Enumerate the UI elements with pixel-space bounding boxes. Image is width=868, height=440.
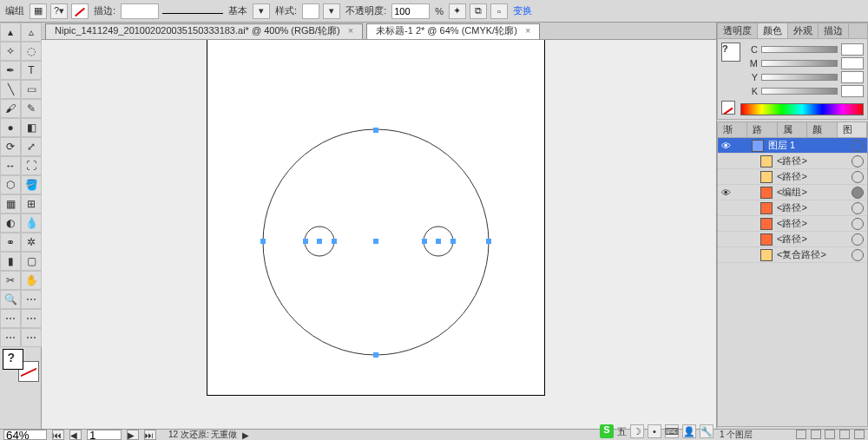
ime-user-icon[interactable]: 👤 — [682, 424, 696, 438]
column-graph-tool[interactable]: ▮ — [0, 252, 21, 271]
slice-tool[interactable]: ✂ — [0, 271, 21, 290]
m-slider[interactable] — [761, 60, 838, 67]
eraser-tool[interactable]: ◧ — [21, 118, 42, 137]
ime-logo[interactable]: S — [600, 424, 614, 438]
question-icon[interactable]: ?▾ — [50, 3, 68, 19]
type-tool[interactable]: T — [21, 61, 42, 80]
ime-punct-icon[interactable]: • — [648, 424, 661, 438]
fill-swatch[interactable]: ? — [3, 349, 23, 370]
magic-wand-tool[interactable]: ✧ — [0, 42, 21, 61]
target-icon[interactable] — [852, 155, 864, 167]
target-icon[interactable] — [852, 187, 864, 199]
extra-tool-4[interactable]: ⋯ — [0, 328, 21, 347]
layer-row[interactable]: <路径> — [718, 232, 867, 247]
locate-layer-icon[interactable] — [796, 430, 806, 439]
layer-row[interactable]: <路径> — [718, 154, 867, 169]
delete-layer-icon[interactable] — [854, 430, 865, 439]
close-icon[interactable]: × — [348, 25, 353, 36]
arrange-icon[interactable]: ⧉ — [470, 3, 487, 19]
tab-pathfinder[interactable]: 路径 — [747, 122, 777, 137]
fill-indicator[interactable]: ? — [721, 43, 740, 62]
artwork[interactable] — [207, 40, 545, 396]
tab-swatches[interactable]: 颜色 — [807, 122, 837, 137]
object-icon[interactable]: ▦ — [30, 3, 47, 19]
next-page-icon[interactable]: ▶ — [127, 430, 139, 440]
c-slider[interactable] — [761, 46, 838, 53]
y-value[interactable] — [841, 71, 864, 83]
tab-opacity[interactable]: 透明度 — [718, 23, 758, 38]
target-icon[interactable] — [852, 202, 864, 214]
layer-row[interactable]: <路径> — [718, 200, 867, 216]
symbol-sprayer-tool[interactable]: ✲ — [21, 233, 42, 252]
none-swatch[interactable] — [721, 101, 735, 115]
visibility-icon[interactable]: 👁 — [718, 187, 733, 198]
tab-color[interactable]: 颜色 — [758, 23, 788, 38]
width-tool[interactable]: ↔ — [0, 156, 21, 175]
new-layer-icon[interactable] — [839, 430, 850, 439]
brush-dropdown-icon[interactable]: ▾ — [253, 3, 270, 19]
spectrum-bar[interactable] — [740, 103, 864, 115]
first-page-icon[interactable]: ⏮ — [52, 430, 64, 440]
tab-document-2[interactable]: 未标题-1 2* @ 64% (CMYK/轮廓) × — [366, 23, 540, 39]
tab-appearance[interactable]: 外观 — [788, 23, 819, 38]
extra-tool-5[interactable]: ⋯ — [21, 328, 42, 347]
canvas[interactable] — [42, 40, 716, 429]
free-transform-tool[interactable]: ⛶ — [21, 156, 42, 175]
make-clip-icon[interactable] — [811, 430, 821, 439]
layer-row[interactable]: <路径> — [718, 169, 867, 185]
zoom-input[interactable] — [3, 430, 47, 440]
target-icon[interactable] — [852, 218, 864, 230]
fill-stroke-swatch[interactable]: ? — [3, 349, 39, 382]
close-icon[interactable]: × — [525, 25, 530, 36]
layer-row[interactable]: <路径> — [718, 216, 867, 232]
target-icon[interactable] — [852, 140, 864, 152]
rotate-tool[interactable]: ⟳ — [0, 137, 21, 156]
ime-mode[interactable]: 五 — [617, 425, 627, 438]
direct-selection-tool[interactable]: ▵ — [21, 23, 42, 42]
ime-settings-icon[interactable]: 🔧 — [700, 424, 713, 438]
ime-keyboard-icon[interactable]: ⌨ — [665, 424, 679, 438]
extra-tool-3[interactable]: ⋯ — [21, 309, 42, 328]
layer-list[interactable]: 👁图层 1<路径><路径>👁<编组><路径><路径><路径><复合路径> — [718, 138, 867, 426]
tab-layers[interactable]: 图层 — [838, 122, 867, 137]
live-paint-tool[interactable]: 🪣 — [21, 175, 42, 194]
transform-link[interactable]: 变换 — [511, 4, 534, 17]
no-stroke-icon[interactable] — [71, 3, 89, 19]
new-sublayer-icon[interactable] — [825, 430, 835, 439]
opacity-input[interactable] — [391, 3, 430, 19]
extra-tool-1[interactable]: ⋯ — [21, 290, 42, 309]
m-value[interactable] — [841, 57, 864, 69]
extra-tool-2[interactable]: ⋯ — [0, 309, 21, 328]
c-value[interactable] — [841, 43, 864, 56]
perspective-tool[interactable]: ▦ — [0, 194, 21, 213]
blob-brush-tool[interactable]: ● — [0, 118, 21, 137]
tab-attributes[interactable]: 属性 — [778, 122, 807, 137]
artboard-tool[interactable]: ▢ — [21, 252, 42, 271]
stroke-width-input[interactable] — [121, 3, 159, 19]
layer-row[interactable]: 👁<编组> — [718, 185, 867, 200]
y-slider[interactable] — [761, 74, 838, 81]
selection-tool[interactable]: ▴ — [0, 23, 21, 42]
tab-stroke[interactable]: 描边 — [819, 23, 849, 38]
blend-tool[interactable]: ⚭ — [0, 233, 21, 252]
eyedropper-tool[interactable]: 💧 — [21, 213, 42, 233]
align-icon[interactable]: ✦ — [449, 3, 466, 19]
lasso-tool[interactable]: ◌ — [21, 42, 42, 61]
page-input[interactable] — [87, 430, 122, 440]
visibility-icon[interactable]: 👁 — [718, 141, 733, 151]
shape-builder-tool[interactable]: ⬡ — [0, 175, 21, 194]
status-play-icon[interactable]: ▶ — [242, 430, 249, 440]
prev-page-icon[interactable]: ◀ — [69, 430, 82, 440]
layer-row[interactable]: <复合路径> — [718, 247, 867, 263]
gradient-tool[interactable]: ◐ — [0, 213, 21, 233]
last-page-icon[interactable]: ⏭ — [144, 430, 156, 440]
pen-tool[interactable]: ✒ — [0, 61, 21, 80]
pencil-tool[interactable]: ✎ — [21, 99, 42, 118]
scale-tool[interactable]: ⤢ — [21, 137, 42, 156]
target-icon[interactable] — [852, 233, 864, 246]
k-value[interactable] — [841, 85, 864, 97]
tab-document-1[interactable]: Nipic_1411249_201002020035150333183.ai* … — [45, 23, 363, 39]
zoom-tool[interactable]: 🔍 — [0, 290, 21, 309]
rectangle-tool[interactable]: ▭ — [21, 80, 42, 99]
ime-moon-icon[interactable]: ☽ — [630, 424, 644, 438]
